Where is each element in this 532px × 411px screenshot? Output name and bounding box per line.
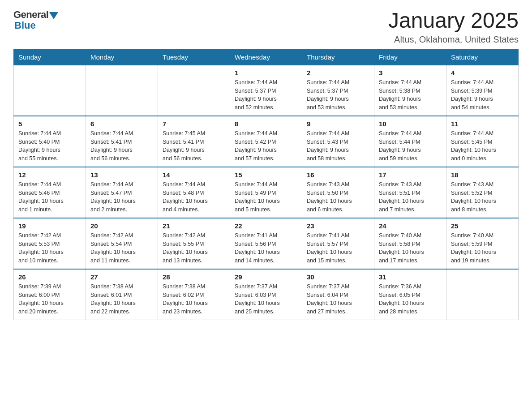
calendar-cell: 30Sunrise: 7:37 AMSunset: 6:04 PMDayligh…: [302, 269, 374, 320]
day-info: Sunrise: 7:44 AMSunset: 5:41 PMDaylight:…: [90, 129, 153, 163]
day-number: 21: [163, 222, 225, 230]
calendar-cell: 5Sunrise: 7:44 AMSunset: 5:40 PMDaylight…: [14, 116, 86, 167]
calendar-cell: 23Sunrise: 7:41 AMSunset: 5:57 PMDayligh…: [302, 218, 374, 269]
day-info: Sunrise: 7:40 AMSunset: 5:58 PMDaylight:…: [379, 231, 442, 265]
day-info: Sunrise: 7:40 AMSunset: 5:59 PMDaylight:…: [451, 231, 514, 265]
day-info: Sunrise: 7:44 AMSunset: 5:45 PMDaylight:…: [451, 129, 514, 163]
day-number: 17: [379, 171, 442, 179]
day-info: Sunrise: 7:44 AMSunset: 5:38 PMDaylight:…: [379, 78, 442, 112]
logo-arrow-icon: [49, 12, 58, 19]
day-info: Sunrise: 7:43 AMSunset: 5:50 PMDaylight:…: [307, 180, 369, 214]
calendar-week-2: 5Sunrise: 7:44 AMSunset: 5:40 PMDaylight…: [14, 116, 519, 167]
day-number: 5: [18, 120, 81, 128]
day-number: 11: [451, 120, 514, 128]
title-area: January 2025 Altus, Oklahoma, United Sta…: [388, 9, 519, 45]
logo-blue-text: Blue: [14, 20, 36, 31]
weekday-header-tuesday: Tuesday: [158, 49, 230, 65]
day-info: Sunrise: 7:42 AMSunset: 5:53 PMDaylight:…: [18, 231, 81, 265]
day-number: 31: [379, 273, 442, 281]
logo: General Blue: [13, 9, 58, 31]
calendar-table: SundayMondayTuesdayWednesdayThursdayFrid…: [13, 49, 519, 320]
calendar-cell: 12Sunrise: 7:44 AMSunset: 5:46 PMDayligh…: [14, 167, 86, 218]
calendar-cell: 18Sunrise: 7:43 AMSunset: 5:52 PMDayligh…: [446, 167, 519, 218]
day-number: 9: [307, 120, 369, 128]
calendar-cell: 11Sunrise: 7:44 AMSunset: 5:45 PMDayligh…: [446, 116, 519, 167]
day-info: Sunrise: 7:44 AMSunset: 5:37 PMDaylight:…: [235, 78, 297, 112]
day-number: 24: [379, 222, 442, 230]
day-number: 30: [307, 273, 369, 281]
weekday-header-wednesday: Wednesday: [230, 49, 302, 65]
day-info: Sunrise: 7:37 AMSunset: 6:04 PMDaylight:…: [307, 283, 369, 316]
day-number: 8: [235, 120, 297, 128]
calendar-cell: [86, 65, 158, 116]
logo-general-text: General: [13, 9, 48, 21]
day-info: Sunrise: 7:44 AMSunset: 5:43 PMDaylight:…: [307, 129, 369, 163]
calendar-week-4: 19Sunrise: 7:42 AMSunset: 5:53 PMDayligh…: [14, 218, 519, 269]
calendar-cell: 9Sunrise: 7:44 AMSunset: 5:43 PMDaylight…: [302, 116, 374, 167]
day-info: Sunrise: 7:44 AMSunset: 5:40 PMDaylight:…: [18, 129, 81, 163]
day-info: Sunrise: 7:43 AMSunset: 5:52 PMDaylight:…: [451, 180, 514, 214]
day-info: Sunrise: 7:44 AMSunset: 5:39 PMDaylight:…: [451, 78, 514, 112]
calendar-cell: 28Sunrise: 7:38 AMSunset: 6:02 PMDayligh…: [158, 269, 230, 320]
calendar-cell: 20Sunrise: 7:42 AMSunset: 5:54 PMDayligh…: [86, 218, 158, 269]
calendar-cell: 29Sunrise: 7:37 AMSunset: 6:03 PMDayligh…: [230, 269, 302, 320]
page-subtitle: Altus, Oklahoma, United States: [388, 34, 519, 45]
day-number: 20: [90, 222, 153, 230]
calendar-cell: 14Sunrise: 7:44 AMSunset: 5:48 PMDayligh…: [158, 167, 230, 218]
calendar-cell: 19Sunrise: 7:42 AMSunset: 5:53 PMDayligh…: [14, 218, 86, 269]
day-info: Sunrise: 7:37 AMSunset: 6:03 PMDaylight:…: [235, 283, 297, 316]
calendar-cell: 3Sunrise: 7:44 AMSunset: 5:38 PMDaylight…: [374, 65, 446, 116]
calendar-cell: 8Sunrise: 7:44 AMSunset: 5:42 PMDaylight…: [230, 116, 302, 167]
weekday-header-friday: Friday: [374, 49, 446, 65]
calendar-cell: 4Sunrise: 7:44 AMSunset: 5:39 PMDaylight…: [446, 65, 519, 116]
day-info: Sunrise: 7:41 AMSunset: 5:56 PMDaylight:…: [235, 231, 297, 265]
day-number: 6: [90, 120, 153, 128]
calendar-cell: [446, 269, 519, 320]
day-info: Sunrise: 7:38 AMSunset: 6:02 PMDaylight:…: [163, 283, 225, 316]
day-number: 26: [18, 273, 81, 281]
weekday-header-monday: Monday: [86, 49, 158, 65]
day-number: 1: [235, 69, 297, 77]
day-info: Sunrise: 7:44 AMSunset: 5:47 PMDaylight:…: [90, 180, 153, 214]
calendar-header: SundayMondayTuesdayWednesdayThursdayFrid…: [14, 49, 519, 65]
day-number: 12: [18, 171, 81, 179]
day-info: Sunrise: 7:44 AMSunset: 5:44 PMDaylight:…: [379, 129, 442, 163]
day-number: 10: [379, 120, 442, 128]
day-number: 3: [379, 69, 442, 77]
day-number: 25: [451, 222, 514, 230]
day-info: Sunrise: 7:44 AMSunset: 5:42 PMDaylight:…: [235, 129, 297, 163]
day-number: 19: [18, 222, 81, 230]
day-info: Sunrise: 7:42 AMSunset: 5:54 PMDaylight:…: [90, 231, 153, 265]
calendar-cell: 10Sunrise: 7:44 AMSunset: 5:44 PMDayligh…: [374, 116, 446, 167]
day-number: 15: [235, 171, 297, 179]
calendar-cell: [14, 65, 86, 116]
day-number: 14: [163, 171, 225, 179]
day-number: 4: [451, 69, 514, 77]
day-number: 28: [163, 273, 225, 281]
day-info: Sunrise: 7:43 AMSunset: 5:51 PMDaylight:…: [379, 180, 442, 214]
calendar-cell: 27Sunrise: 7:38 AMSunset: 6:01 PMDayligh…: [86, 269, 158, 320]
calendar-week-3: 12Sunrise: 7:44 AMSunset: 5:46 PMDayligh…: [14, 167, 519, 218]
weekday-header-sunday: Sunday: [14, 49, 86, 65]
calendar-cell: 16Sunrise: 7:43 AMSunset: 5:50 PMDayligh…: [302, 167, 374, 218]
calendar-cell: 13Sunrise: 7:44 AMSunset: 5:47 PMDayligh…: [86, 167, 158, 218]
day-number: 2: [307, 69, 369, 77]
calendar-cell: [158, 65, 230, 116]
calendar-cell: 15Sunrise: 7:44 AMSunset: 5:49 PMDayligh…: [230, 167, 302, 218]
day-number: 29: [235, 273, 297, 281]
weekday-header-thursday: Thursday: [302, 49, 374, 65]
calendar-cell: 25Sunrise: 7:40 AMSunset: 5:59 PMDayligh…: [446, 218, 519, 269]
day-info: Sunrise: 7:39 AMSunset: 6:00 PMDaylight:…: [18, 283, 81, 316]
calendar-cell: 2Sunrise: 7:44 AMSunset: 5:37 PMDaylight…: [302, 65, 374, 116]
page-title: January 2025: [388, 9, 519, 33]
weekday-header-saturday: Saturday: [446, 49, 519, 65]
calendar-cell: 24Sunrise: 7:40 AMSunset: 5:58 PMDayligh…: [374, 218, 446, 269]
calendar-cell: 31Sunrise: 7:36 AMSunset: 6:05 PMDayligh…: [374, 269, 446, 320]
day-number: 27: [90, 273, 153, 281]
day-number: 23: [307, 222, 369, 230]
calendar-cell: 6Sunrise: 7:44 AMSunset: 5:41 PMDaylight…: [86, 116, 158, 167]
day-number: 18: [451, 171, 514, 179]
day-number: 13: [90, 171, 153, 179]
page-header: General Blue January 2025 Altus, Oklahom…: [13, 9, 519, 45]
day-number: 16: [307, 171, 369, 179]
